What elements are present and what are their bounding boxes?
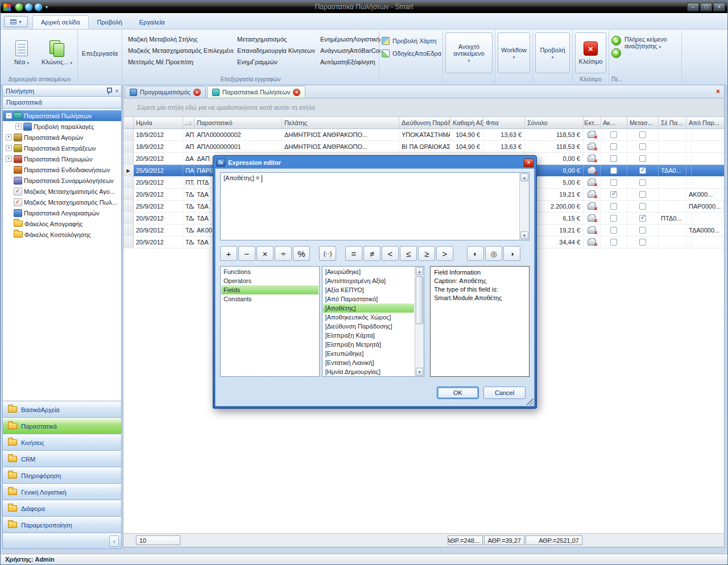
sidebar-overflow-button[interactable]: › xyxy=(109,535,119,547)
cell-document[interactable]: ΑΠΛ000000001 xyxy=(195,141,282,152)
close-tab-icon[interactable]: × xyxy=(193,89,201,96)
cell-from-document[interactable]: ΤΔΑ0000... xyxy=(686,225,722,236)
canceled-checkbox[interactable] xyxy=(610,143,617,150)
accordion-item[interactable]: Κινήσεις xyxy=(2,434,122,451)
cell-to-document[interactable] xyxy=(659,141,686,152)
search-previous-button[interactable]: ▲ xyxy=(611,36,621,45)
expand-icon[interactable]: + xyxy=(15,123,22,130)
cell-date[interactable]: 20/9/2012 xyxy=(134,225,183,236)
quick-access-button-3[interactable] xyxy=(34,3,43,11)
cell-series[interactable]: ΤΔΑ xyxy=(183,236,195,248)
cell-printed[interactable] xyxy=(584,189,601,200)
edit-button[interactable]: Επεξεργασία xyxy=(80,48,119,59)
cell-canceled[interactable] xyxy=(601,129,627,140)
cell-from-document[interactable] xyxy=(686,141,692,152)
cell-canceled[interactable] xyxy=(601,213,627,224)
pin-icon[interactable] xyxy=(105,87,111,94)
cell-series[interactable]: ΤΔΑ xyxy=(183,225,195,236)
cell-printed[interactable] xyxy=(584,201,601,212)
group-by-bar[interactable]: Σύρετε μία στήλη εδώ για να ομαδοποιήσετ… xyxy=(123,98,724,117)
cancel-button[interactable]: Cancel xyxy=(483,387,526,399)
set-intersect-left-icon[interactable]: ◐ xyxy=(467,246,484,261)
column-header-transformed[interactable]: Μετασ... xyxy=(627,117,659,128)
cell-printed[interactable] xyxy=(584,165,601,176)
ribbon-command-button[interactable]: Μετασχηματισμός xyxy=(234,34,317,45)
cell-printed[interactable] xyxy=(584,225,601,236)
category-list-item[interactable]: Constants xyxy=(221,294,318,304)
expression-scrollbar[interactable]: ▲ ▼ xyxy=(519,173,529,240)
transformed-checkbox[interactable] xyxy=(639,155,646,162)
scroll-up-icon[interactable]: ▲ xyxy=(520,173,528,181)
tree-item-account-documents[interactable]: Παραστατικά Λογαριασμών xyxy=(3,207,121,218)
cell-transformed[interactable] xyxy=(627,201,659,212)
cell-transformed[interactable] xyxy=(627,213,659,224)
transformed-checkbox[interactable] xyxy=(639,227,646,234)
close-document-area-button[interactable]: × xyxy=(716,88,720,95)
clone-button[interactable]: Κλώνος... ▾ xyxy=(39,32,75,73)
tree-item-assembly-documents[interactable]: Παραστατικά Συναρμολογήσεων xyxy=(3,175,121,186)
view-button[interactable]: Προβολή ▾ xyxy=(535,32,570,73)
accordion-item[interactable]: Γενική Λογιστική xyxy=(2,484,122,500)
expression-input[interactable]: [Αποθέτης] = ▲ ▼ xyxy=(220,172,530,240)
cell-date[interactable]: 20/9/2012 xyxy=(134,213,183,224)
table-row[interactable]: ▶ 18/9/2012 ΑΠΛ ΑΠΛ000000001 ΔΗΜΗΤΡΙΟΣ Α… xyxy=(123,141,724,153)
field-list-item[interactable]: [Διεύθυνση Παράδοσης] xyxy=(323,322,415,331)
field-list-item[interactable]: [Από Παραστατικό] xyxy=(323,294,415,304)
set-intersect-right-icon[interactable]: ◑ xyxy=(503,246,520,261)
quick-access-button-1[interactable] xyxy=(15,3,23,11)
cell-transformed[interactable] xyxy=(627,165,659,176)
canceled-checkbox[interactable] xyxy=(610,191,617,198)
column-header-from-document[interactable]: Από Παρ... xyxy=(686,117,724,128)
tree-item-sales-documents[interactable]: − Παραστατικά Πωλήσεων xyxy=(3,110,121,121)
cell-canceled[interactable] xyxy=(601,189,627,200)
tree-item-costing-folder[interactable]: Φάκελος Κοστολόγησης xyxy=(3,229,121,240)
divide-operator-button[interactable]: ÷ xyxy=(275,246,292,261)
canceled-checkbox[interactable] xyxy=(610,203,617,210)
accordion-item[interactable]: Παραστατικά xyxy=(2,418,122,434)
collapse-icon[interactable]: − xyxy=(6,113,12,119)
field-list-item[interactable]: [Είσπραξη Κάρτα] xyxy=(323,331,415,340)
cell-from-document[interactable] xyxy=(686,129,692,140)
dialog-titlebar[interactable]: fx Expression editor × xyxy=(215,157,535,168)
column-header-series[interactable]: ..△ xyxy=(183,117,195,128)
resize-grip[interactable] xyxy=(527,398,533,405)
column-header-document[interactable]: Παραστατικό xyxy=(195,117,282,128)
ok-button[interactable]: OK xyxy=(437,387,479,399)
multiply-operator-button[interactable]: × xyxy=(257,246,274,261)
column-header-net-value[interactable]: Καθαρή Αξία xyxy=(450,117,483,128)
cell-to-document[interactable] xyxy=(659,201,686,212)
show-map-button[interactable]: Προβολή Χάρτη xyxy=(382,37,440,45)
canceled-checkbox[interactable] xyxy=(610,179,617,186)
ribbon-command-button[interactable]: ΑυτόματηΕξόφληση xyxy=(317,56,380,68)
column-header-printed[interactable]: Εκτ... xyxy=(584,117,601,128)
tree-item-receipt-documents[interactable]: + Παραστατικά Εισπράξεων xyxy=(3,143,121,153)
cell-from-document[interactable] xyxy=(686,236,692,248)
ribbon-command-button[interactable]: ΑνάγνωσηΑπόBarCode xyxy=(317,45,380,56)
cell-total[interactable]: 118,53 € xyxy=(525,129,584,140)
cell-series[interactable]: ΠΤΔ xyxy=(183,177,195,188)
cell-from-document[interactable] xyxy=(686,177,692,188)
expand-icon[interactable]: + xyxy=(6,134,12,140)
cell-series[interactable]: ΔΑΠ xyxy=(183,153,195,164)
field-list-item[interactable]: [Αποθέτης] xyxy=(323,304,415,313)
cell-from-document[interactable] xyxy=(686,165,692,176)
tree-item-view-variants[interactable]: + Προβολή παραλλαγές xyxy=(3,121,121,132)
ribbon-command-button[interactable]: Μαζική Μεταβολή Στήλης xyxy=(125,34,234,45)
cell-to-document[interactable] xyxy=(659,177,686,188)
open-object-button[interactable]: Ανοιχτό αντικείμενο ▾ xyxy=(445,32,493,73)
accordion-item[interactable]: Παραμετροποίηση xyxy=(2,517,122,533)
dialog-close-button[interactable]: × xyxy=(524,159,533,167)
cell-series[interactable]: ΤΔΑ xyxy=(183,189,195,200)
column-header-vat[interactable]: Φπα xyxy=(483,117,525,128)
less-equal-operator-button[interactable]: ≤ xyxy=(400,246,417,261)
cell-delivery-address[interactable]: ΥΠΟΚΑΤΑΣΤΗΜΑ xyxy=(399,129,450,140)
fulltext-search-button[interactable]: Πλήρες κείμενο αναζήτησης ▾ xyxy=(624,36,677,58)
cell-customer[interactable]: ΔΗΜΗΤΡΙΟΣ ΑΝΘΡΑΚΟΠΟ... xyxy=(282,141,399,152)
close-window-button[interactable]: × xyxy=(713,3,725,11)
cell-transformed[interactable] xyxy=(627,153,659,164)
field-list-item[interactable]: [Αξία ΚΕΠΥΟ] xyxy=(323,285,415,294)
cell-to-document[interactable] xyxy=(659,189,686,200)
transformed-checkbox[interactable] xyxy=(639,191,646,198)
cell-customer[interactable]: ΔΗΜΗΤΡΙΟΣ ΑΝΘΡΑΚΟΠΟ... xyxy=(282,129,399,140)
ribbon-tab-tools[interactable]: Εργαλεία xyxy=(131,15,173,29)
